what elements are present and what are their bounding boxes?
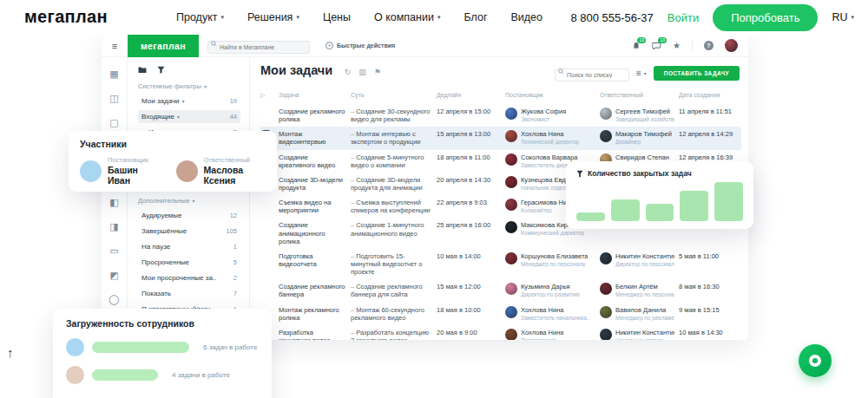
messenger-icon[interactable]: ◨ bbox=[109, 219, 118, 234]
megaplan-ring-icon bbox=[809, 355, 821, 367]
task-setter[interactable]: Жукова СофияЭкономист bbox=[505, 108, 595, 122]
nav-link[interactable]: Блог bbox=[464, 11, 487, 23]
task-setter[interactable]: Коршунова ЕлизаветаМенеджер по персоналу bbox=[505, 252, 595, 267]
filter-item[interactable]: Показать 7 bbox=[138, 287, 240, 300]
task-responsible[interactable]: Макаров ТимофейДизайнер bbox=[600, 130, 674, 145]
settings-icon[interactable]: ◯ bbox=[108, 291, 119, 307]
row-checkbox[interactable] bbox=[262, 221, 270, 229]
language-selector[interactable]: RU ▾ bbox=[832, 11, 854, 23]
bullet: – bbox=[351, 252, 354, 260]
list-search-input[interactable] bbox=[555, 69, 629, 82]
chevron-down-icon: ▾ bbox=[437, 14, 441, 21]
employees-icon[interactable]: ◫ bbox=[109, 90, 118, 106]
task-responsible[interactable]: Сергеев ТимофейЗаведующий хозяйством bbox=[600, 108, 674, 122]
task-setter[interactable]: Хохлова НинаЗаместитель начальника.. bbox=[505, 306, 595, 321]
column-header[interactable]: Суть bbox=[351, 92, 432, 99]
task-gist: –Монтаж интервью с экспертом о продукции bbox=[351, 130, 432, 146]
columns-icon[interactable]: ▥ bbox=[358, 68, 366, 76]
row-checkbox[interactable] bbox=[262, 199, 270, 206]
table-row[interactable]: Создание рекламного ролика –Создание 30-… bbox=[260, 104, 741, 127]
avatar bbox=[505, 108, 517, 120]
column-header[interactable]: Постановщик bbox=[505, 92, 595, 99]
column-header[interactable]: Задача bbox=[279, 92, 346, 99]
task-setter[interactable]: Хохлова НинаПрограммист bbox=[505, 329, 595, 340]
chevron-down-icon: ▾ bbox=[204, 84, 207, 89]
sort-icon[interactable]: ⚑ bbox=[374, 68, 381, 76]
login-link[interactable]: Войти bbox=[667, 11, 699, 24]
chat-fab[interactable] bbox=[799, 344, 832, 377]
nav-link-label: Продукт bbox=[176, 11, 218, 23]
avatar bbox=[505, 283, 517, 295]
table-row[interactable]: Монтаж рекламного ролика –Монтаж 60-секу… bbox=[260, 303, 741, 325]
try-button[interactable]: Попробовать bbox=[713, 4, 818, 31]
phone-number[interactable]: 8 800 555-56-37 bbox=[570, 11, 653, 24]
filter-item[interactable]: Завершённые 105 bbox=[138, 225, 240, 238]
user-avatar[interactable] bbox=[725, 39, 738, 52]
filter-section-extra[interactable]: Дополнительные▾ bbox=[138, 197, 240, 205]
view-switcher[interactable]: ≡ ▾ bbox=[636, 69, 647, 78]
row-checkbox[interactable] bbox=[262, 108, 270, 115]
table-row[interactable]: ✓ Монтаж видеоинтервью –Монтаж интервью … bbox=[260, 127, 741, 149]
quick-actions[interactable]: + Быстрые действия bbox=[326, 42, 395, 49]
bullet: – bbox=[351, 283, 354, 290]
megaplan-logo[interactable]: мегаплан bbox=[24, 7, 108, 27]
column-header[interactable]: Дедлайн bbox=[437, 92, 501, 99]
deals-icon[interactable]: ◩ bbox=[109, 267, 118, 283]
global-search-input[interactable] bbox=[207, 41, 310, 54]
expand-all-icon[interactable]: ▷ bbox=[260, 92, 274, 99]
create-task-button[interactable]: ПОСТАВИТЬ ЗАДАЧУ bbox=[654, 66, 740, 81]
favorites-icon[interactable]: ★ bbox=[673, 41, 681, 50]
person-role: Заместитель начальника.. bbox=[521, 315, 589, 321]
nav-link[interactable]: Видео bbox=[510, 11, 542, 23]
table-row[interactable]: Создание рекламного баннера –Создание ре… bbox=[260, 279, 741, 302]
filter-item[interactable]: Входящие▾ 44 bbox=[138, 110, 240, 123]
avatar bbox=[600, 306, 612, 318]
filter-item[interactable]: Аудируемые 12 bbox=[138, 209, 240, 222]
task-responsible[interactable]: Никитин КонстантинНачальник отдела.. bbox=[600, 329, 674, 340]
filter-item[interactable]: На паузе 1 bbox=[138, 240, 240, 253]
row-checkbox[interactable] bbox=[262, 283, 270, 290]
documents-icon[interactable]: ▭ bbox=[109, 243, 118, 258]
filter-section-system[interactable]: Системные фильтры▾ bbox=[138, 82, 240, 90]
nav-link[interactable]: Цены bbox=[323, 11, 351, 23]
table-row[interactable]: Разработка концепции видео –Разработать … bbox=[260, 325, 741, 340]
filter-icon[interactable] bbox=[157, 66, 165, 74]
participant[interactable]: Постановщик Башин Иван bbox=[80, 156, 154, 186]
reports-icon[interactable]: ◧ bbox=[109, 194, 118, 210]
task-gist: –Создание 3D-модели продукта для анимаци… bbox=[351, 176, 432, 192]
filter-item[interactable]: Мои задачи▾ 19 bbox=[138, 95, 240, 108]
task-setter[interactable]: Кузьмина ДарьяДиректор по развитию bbox=[505, 283, 595, 297]
folder-plus-icon[interactable] bbox=[138, 66, 147, 74]
task-setter[interactable]: Хохлова НинаТехнический директор bbox=[505, 130, 595, 145]
modules-icon[interactable]: ▦ bbox=[109, 66, 118, 82]
row-checkbox[interactable] bbox=[262, 252, 270, 260]
scroll-top-arrow[interactable]: ↑ bbox=[7, 345, 14, 360]
refresh-icon[interactable]: ↻ bbox=[345, 68, 352, 76]
task-created: 8 мая в 16:30 bbox=[679, 283, 741, 290]
task-responsible[interactable]: Вавилов ДанилаМенеджер по рекламе и.. bbox=[600, 306, 674, 321]
nav-link[interactable]: Решения ▾ bbox=[247, 11, 299, 23]
column-header[interactable]: Дата создания bbox=[679, 92, 741, 99]
app-logo[interactable]: мегаплан bbox=[128, 35, 199, 57]
avatar bbox=[80, 160, 102, 182]
column-header[interactable]: Ответственный bbox=[600, 92, 674, 99]
help-icon[interactable]: ? bbox=[704, 41, 713, 50]
list-controls: ≡ ▾ ПОСТАВИТЬ ЗАДАЧУ bbox=[555, 65, 740, 82]
chat-icon[interactable]: 13 bbox=[652, 42, 661, 50]
filter-item[interactable]: Мои просроченные за.. 2 bbox=[138, 271, 240, 284]
nav-link[interactable]: О компании ▾ bbox=[374, 11, 440, 23]
menu-icon[interactable]: ≡ bbox=[102, 41, 128, 51]
table-row[interactable]: Подготовка видеоотчета –Подготовить 15-м… bbox=[260, 249, 741, 279]
bell-icon[interactable]: 13 bbox=[632, 42, 641, 50]
participants-title: Участники bbox=[80, 139, 266, 149]
task-responsible[interactable]: Никитин КонстантинДиректор по персоналу bbox=[600, 252, 674, 267]
filter-item[interactable]: Просроченные 5 bbox=[138, 256, 240, 269]
person-name: Макаров Тимофей bbox=[615, 130, 672, 138]
task-title: Разработка концепции видео bbox=[279, 329, 346, 340]
task-gist: –Создание 5-минутного видео о компании bbox=[351, 153, 432, 169]
task-responsible[interactable]: Белкин АртёмМенеджер по персоналу bbox=[600, 283, 674, 297]
nav-link[interactable]: Продукт ▾ bbox=[176, 11, 224, 23]
participant[interactable]: Ответственный Маслова Ксения bbox=[176, 156, 266, 186]
calendar-icon[interactable]: ▢ bbox=[109, 114, 118, 130]
task-deadline: 15 апреля в 13:00 bbox=[437, 130, 501, 138]
